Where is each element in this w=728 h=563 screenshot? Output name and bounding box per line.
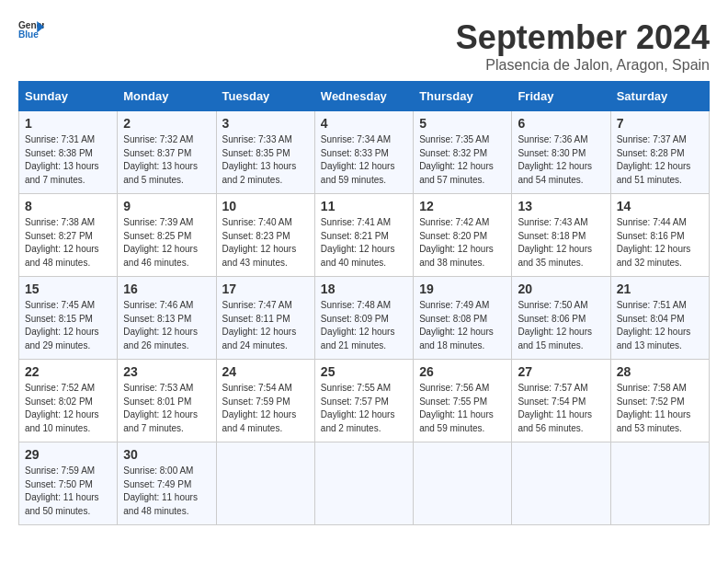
day-info: Sunrise: 7:36 AM Sunset: 8:30 PM Dayligh…: [518, 133, 604, 187]
table-row: 30 Sunrise: 8:00 AM Sunset: 7:49 PM Dayl…: [118, 442, 216, 525]
table-row: [512, 442, 610, 525]
table-row: 16 Sunrise: 7:46 AM Sunset: 8:13 PM Dayl…: [118, 277, 216, 360]
day-info: Sunrise: 7:57 AM Sunset: 7:54 PM Dayligh…: [518, 382, 604, 435]
weekday-thursday: Thursday: [414, 82, 512, 111]
day-number: 13: [518, 199, 604, 213]
day-number: 2: [123, 116, 210, 131]
calendar-week-row: 8 Sunrise: 7:38 AM Sunset: 8:27 PM Dayli…: [19, 194, 710, 277]
day-info: Sunrise: 7:32 AM Sunset: 8:37 PM Dayligh…: [123, 133, 210, 187]
weekday-wednesday: Wednesday: [314, 82, 413, 111]
calendar-table: Sunday Monday Tuesday Wednesday Thursday…: [18, 81, 710, 525]
calendar-week-row: 15 Sunrise: 7:45 AM Sunset: 8:15 PM Dayl…: [19, 277, 710, 360]
month-title: September 2024: [456, 18, 710, 57]
day-info: Sunrise: 7:39 AM Sunset: 8:25 PM Dayligh…: [123, 216, 210, 270]
table-row: [610, 442, 709, 525]
day-info: Sunrise: 7:53 AM Sunset: 8:01 PM Dayligh…: [123, 382, 210, 435]
day-info: Sunrise: 7:42 AM Sunset: 8:20 PM Dayligh…: [419, 216, 506, 270]
day-number: 9: [123, 199, 210, 213]
day-number: 10: [222, 199, 309, 213]
day-number: 30: [123, 447, 210, 462]
day-number: 3: [222, 116, 309, 131]
day-info: Sunrise: 7:49 AM Sunset: 8:08 PM Dayligh…: [419, 299, 506, 352]
table-row: 3 Sunrise: 7:33 AM Sunset: 8:35 PM Dayli…: [216, 111, 314, 194]
table-row: 2 Sunrise: 7:32 AM Sunset: 8:37 PM Dayli…: [118, 111, 216, 194]
day-number: 27: [518, 364, 604, 379]
weekday-tuesday: Tuesday: [216, 82, 314, 111]
day-info: Sunrise: 7:54 AM Sunset: 7:59 PM Dayligh…: [222, 382, 309, 435]
table-row: 29 Sunrise: 7:59 AM Sunset: 7:50 PM Dayl…: [19, 442, 118, 525]
day-number: 14: [617, 199, 703, 213]
table-row: 8 Sunrise: 7:38 AM Sunset: 8:27 PM Dayli…: [19, 194, 118, 277]
day-info: Sunrise: 7:41 AM Sunset: 8:21 PM Dayligh…: [321, 216, 407, 270]
day-info: Sunrise: 7:35 AM Sunset: 8:32 PM Dayligh…: [419, 133, 506, 187]
table-row: 6 Sunrise: 7:36 AM Sunset: 8:30 PM Dayli…: [512, 111, 610, 194]
table-row: 1 Sunrise: 7:31 AM Sunset: 8:38 PM Dayli…: [19, 111, 118, 194]
day-number: 25: [321, 364, 407, 379]
table-row: 23 Sunrise: 7:53 AM Sunset: 8:01 PM Dayl…: [118, 360, 216, 442]
calendar-week-row: 22 Sunrise: 7:52 AM Sunset: 8:02 PM Dayl…: [19, 360, 710, 442]
weekday-row: Sunday Monday Tuesday Wednesday Thursday…: [19, 82, 710, 111]
table-row: 25 Sunrise: 7:55 AM Sunset: 7:57 PM Dayl…: [314, 360, 413, 442]
table-row: [314, 442, 413, 525]
day-number: 20: [518, 282, 604, 296]
day-number: 22: [25, 364, 111, 379]
page-header: General Blue September 2024 Plasencia de…: [18, 18, 710, 74]
day-info: Sunrise: 7:48 AM Sunset: 8:09 PM Dayligh…: [321, 299, 407, 352]
table-row: 19 Sunrise: 7:49 AM Sunset: 8:08 PM Dayl…: [414, 277, 512, 360]
day-number: 17: [222, 282, 309, 296]
location: Plasencia de Jalon, Aragon, Spain: [456, 57, 710, 74]
day-info: Sunrise: 7:40 AM Sunset: 8:23 PM Dayligh…: [222, 216, 309, 270]
table-row: 4 Sunrise: 7:34 AM Sunset: 8:33 PM Dayli…: [314, 111, 413, 194]
table-row: 15 Sunrise: 7:45 AM Sunset: 8:15 PM Dayl…: [19, 277, 118, 360]
day-info: Sunrise: 7:31 AM Sunset: 8:38 PM Dayligh…: [25, 133, 111, 187]
day-number: 4: [321, 116, 407, 131]
day-info: Sunrise: 7:38 AM Sunset: 8:27 PM Dayligh…: [25, 216, 111, 270]
logo: General Blue: [18, 18, 44, 44]
day-info: Sunrise: 7:52 AM Sunset: 8:02 PM Dayligh…: [25, 382, 111, 435]
weekday-monday: Monday: [118, 82, 216, 111]
weekday-saturday: Saturday: [610, 82, 709, 111]
table-row: 9 Sunrise: 7:39 AM Sunset: 8:25 PM Dayli…: [118, 194, 216, 277]
day-info: Sunrise: 7:33 AM Sunset: 8:35 PM Dayligh…: [222, 133, 309, 187]
calendar-week-row: 29 Sunrise: 7:59 AM Sunset: 7:50 PM Dayl…: [19, 442, 710, 525]
day-info: Sunrise: 7:58 AM Sunset: 7:52 PM Dayligh…: [617, 382, 703, 435]
day-number: 21: [617, 282, 703, 296]
day-number: 26: [419, 364, 506, 379]
table-row: [216, 442, 314, 525]
day-info: Sunrise: 7:56 AM Sunset: 7:55 PM Dayligh…: [419, 382, 506, 435]
day-info: Sunrise: 7:37 AM Sunset: 8:28 PM Dayligh…: [617, 133, 703, 187]
day-number: 12: [419, 199, 506, 213]
table-row: 28 Sunrise: 7:58 AM Sunset: 7:52 PM Dayl…: [610, 360, 709, 442]
day-number: 19: [419, 282, 506, 296]
day-number: 1: [25, 116, 111, 131]
day-number: 29: [25, 447, 111, 462]
table-row: 13 Sunrise: 7:43 AM Sunset: 8:18 PM Dayl…: [512, 194, 610, 277]
table-row: 5 Sunrise: 7:35 AM Sunset: 8:32 PM Dayli…: [414, 111, 512, 194]
day-number: 18: [321, 282, 407, 296]
day-number: 11: [321, 199, 407, 213]
day-number: 7: [617, 116, 703, 131]
day-info: Sunrise: 7:47 AM Sunset: 8:11 PM Dayligh…: [222, 299, 309, 352]
day-info: Sunrise: 7:46 AM Sunset: 8:13 PM Dayligh…: [123, 299, 210, 352]
table-row: 27 Sunrise: 7:57 AM Sunset: 7:54 PM Dayl…: [512, 360, 610, 442]
weekday-sunday: Sunday: [19, 82, 118, 111]
table-row: 18 Sunrise: 7:48 AM Sunset: 8:09 PM Dayl…: [314, 277, 413, 360]
day-info: Sunrise: 7:44 AM Sunset: 8:16 PM Dayligh…: [617, 216, 703, 270]
day-number: 28: [617, 364, 703, 379]
day-info: Sunrise: 7:50 AM Sunset: 8:06 PM Dayligh…: [518, 299, 604, 352]
table-row: 7 Sunrise: 7:37 AM Sunset: 8:28 PM Dayli…: [610, 111, 709, 194]
day-info: Sunrise: 7:34 AM Sunset: 8:33 PM Dayligh…: [321, 133, 407, 187]
day-info: Sunrise: 7:43 AM Sunset: 8:18 PM Dayligh…: [518, 216, 604, 270]
logo-icon: General Blue: [18, 18, 44, 44]
day-info: Sunrise: 7:51 AM Sunset: 8:04 PM Dayligh…: [617, 299, 703, 352]
day-info: Sunrise: 7:59 AM Sunset: 7:50 PM Dayligh…: [25, 465, 111, 518]
day-number: 23: [123, 364, 210, 379]
day-info: Sunrise: 8:00 AM Sunset: 7:49 PM Dayligh…: [123, 465, 210, 518]
day-number: 16: [123, 282, 210, 296]
title-block: September 2024 Plasencia de Jalon, Arago…: [456, 18, 710, 74]
day-number: 24: [222, 364, 309, 379]
weekday-friday: Friday: [512, 82, 610, 111]
day-number: 15: [25, 282, 111, 296]
svg-text:Blue: Blue: [18, 29, 39, 40]
table-row: 20 Sunrise: 7:50 AM Sunset: 8:06 PM Dayl…: [512, 277, 610, 360]
